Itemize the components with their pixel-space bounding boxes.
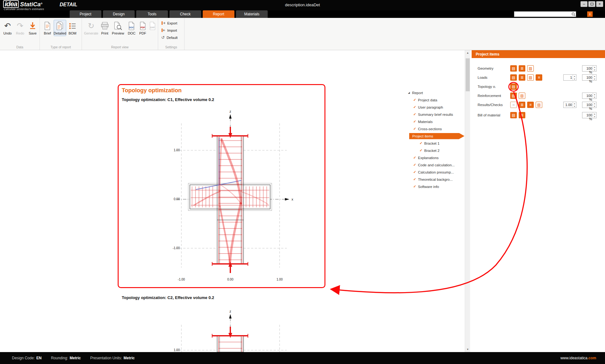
- scroll-up-icon[interactable]: ▲: [465, 50, 470, 56]
- results-table-toggle[interactable]: ≣: [519, 102, 525, 108]
- scrollbar-thumb[interactable]: [466, 58, 470, 91]
- check-icon[interactable]: ✓: [413, 156, 416, 160]
- preview-button[interactable]: Preview: [110, 20, 126, 36]
- detailed-button[interactable]: Detailed: [54, 20, 66, 36]
- tree-item-cross-sections[interactable]: ✓Cross-sections: [407, 125, 468, 132]
- check-icon[interactable]: ✓: [413, 98, 416, 102]
- bom-scale-spinner[interactable]: 100 % ▲▼: [582, 112, 597, 118]
- spinner-up-icon[interactable]: ▲: [593, 66, 596, 68]
- spinner-up-icon[interactable]: ▲: [593, 93, 596, 96]
- tab-tools[interactable]: Tools: [136, 10, 168, 18]
- info-button[interactable]: i: [587, 11, 593, 17]
- brief-button[interactable]: Brief: [41, 20, 54, 36]
- save-button[interactable]: Save: [26, 20, 39, 36]
- default-settings-button[interactable]: ↺ Default: [158, 34, 184, 41]
- export-settings-button[interactable]: Export: [158, 20, 184, 26]
- tree-item-calculation-presumptions[interactable]: ✓Calculation presump...: [407, 169, 468, 176]
- search-icon[interactable]: [571, 12, 576, 17]
- export-dxf-button[interactable]: DXF: [148, 20, 158, 36]
- spinner-down-icon[interactable]: ▼: [593, 78, 596, 80]
- ribbon-group-data: ↶ Undo ↷ Redo Save Data: [0, 18, 40, 50]
- spinner-up-icon[interactable]: ▲: [593, 112, 596, 115]
- loads-table-toggle[interactable]: ≣: [519, 74, 525, 81]
- geometry-report-toggle[interactable]: ▤: [510, 65, 517, 72]
- tree-item-user-paragraph[interactable]: ✓User paragraph: [407, 104, 468, 111]
- search-input[interactable]: [514, 12, 571, 16]
- minimize-button[interactable]: –: [581, 1, 587, 7]
- reinforcement-picture-toggle[interactable]: ▨: [519, 93, 525, 99]
- bom-button[interactable]: BOM: [66, 20, 79, 36]
- tree-item-bracket-2[interactable]: ✓Bracket 2: [407, 147, 468, 154]
- check-icon[interactable]: ✓: [413, 120, 416, 124]
- reinforcement-report-toggle[interactable]: ▤: [510, 93, 517, 99]
- spinner-down-icon[interactable]: ▼: [573, 105, 576, 108]
- results-picture-toggle[interactable]: ▨: [536, 102, 542, 108]
- redo-button[interactable]: ↷ Redo: [14, 20, 26, 36]
- import-settings-button[interactable]: Import: [158, 27, 184, 34]
- tree-item-summary-brief-results[interactable]: ✓Summary brief results: [407, 111, 468, 118]
- tree-item-materials[interactable]: ✓Materials: [407, 118, 468, 125]
- spinner-down-icon[interactable]: ▼: [573, 78, 576, 80]
- spinner-down-icon[interactable]: ▼: [593, 96, 596, 99]
- topology-report-toggle[interactable]: ▤: [510, 83, 517, 90]
- geometry-picture-toggle[interactable]: ▨: [527, 65, 534, 72]
- check-icon[interactable]: ✓: [413, 105, 416, 109]
- undo-button[interactable]: ↶ Undo: [1, 20, 14, 36]
- tree-item-theoretical-background[interactable]: ✓Theoretical backgro...: [407, 176, 468, 183]
- tab-materials[interactable]: Materials: [236, 10, 268, 18]
- loads-count-spinner[interactable]: 1 ▲▼: [563, 74, 576, 81]
- check-icon[interactable]: ✓: [419, 148, 423, 153]
- reinforcement-scale-spinner[interactable]: 100 % ▲▼: [582, 93, 597, 99]
- topology-diagram-c2: z 1.00: [169, 309, 295, 352]
- maximize-button[interactable]: [588, 1, 595, 7]
- check-icon[interactable]: ✓: [413, 127, 416, 131]
- check-icon[interactable]: ✓: [413, 112, 416, 116]
- spinner-up-icon[interactable]: ▲: [573, 75, 576, 78]
- geometry-table-toggle[interactable]: ≣: [519, 65, 525, 72]
- close-button[interactable]: ×: [596, 1, 603, 7]
- tab-report[interactable]: Report: [203, 10, 234, 18]
- tree-item-software-info[interactable]: ✓Software info: [407, 183, 468, 190]
- check-icon[interactable]: ✓: [419, 141, 423, 145]
- loads-picture-toggle[interactable]: ▨: [527, 74, 534, 81]
- tree-item-bracket-1[interactable]: ✓Bracket 1: [407, 140, 468, 147]
- tree-item-code-and-calculation[interactable]: ✓Code and calculation...: [407, 161, 468, 169]
- loads-detail-toggle[interactable]: ≡: [536, 74, 542, 81]
- brief-report-icon: [44, 21, 51, 31]
- export-doc-button[interactable]: DOC DOC: [126, 20, 137, 36]
- check-icon[interactable]: ✓: [413, 185, 416, 189]
- website-link[interactable]: www.ideastatica.com: [560, 356, 596, 360]
- check-icon[interactable]: ✓: [413, 177, 416, 181]
- spinner-up-icon[interactable]: ▲: [593, 102, 596, 105]
- bom-report-toggle[interactable]: ▤: [510, 112, 517, 118]
- tab-project[interactable]: Project: [70, 10, 101, 18]
- print-button[interactable]: Print: [99, 20, 110, 36]
- tree-item-project-data[interactable]: ✓Project data: [407, 96, 468, 104]
- results-scale-spinner[interactable]: 100 % ▲▼: [582, 102, 597, 108]
- geometry-scale-spinner[interactable]: 100 % ▲▼: [582, 65, 597, 72]
- results-detail-toggle[interactable]: ≡: [527, 102, 534, 108]
- panel-row-geometry: Geometry ▤ ≣ ▨ 100 % ▲▼: [472, 65, 605, 72]
- spinner-up-icon[interactable]: ▲: [593, 75, 596, 78]
- tab-check[interactable]: Check: [169, 10, 201, 18]
- bom-table-toggle[interactable]: ≣: [519, 112, 525, 118]
- generate-button[interactable]: ↻ Generate: [83, 20, 99, 36]
- spinner-up-icon[interactable]: ▲: [573, 102, 576, 105]
- results-none-toggle[interactable]: –: [510, 102, 517, 108]
- spinner-down-icon[interactable]: ▼: [593, 105, 596, 108]
- tree-item-report[interactable]: ◢ Report: [407, 89, 468, 96]
- check-icon[interactable]: ✓: [413, 163, 416, 167]
- expander-icon[interactable]: ◢: [408, 91, 410, 94]
- scroll-down-icon[interactable]: ▼: [465, 347, 470, 352]
- loads-report-toggle[interactable]: ▤: [510, 74, 517, 81]
- check-icon[interactable]: ✓: [413, 170, 416, 174]
- spinner-down-icon[interactable]: ▼: [593, 68, 596, 71]
- tree-item-explanations[interactable]: ✓Explanations: [407, 154, 468, 161]
- tree-item-project-items-selected[interactable]: Project items: [409, 133, 464, 139]
- export-pdf-button[interactable]: PDF PDF: [137, 20, 148, 36]
- loads-scale-spinner[interactable]: 100 % ▲▼: [582, 74, 597, 81]
- redo-icon: ↷: [17, 21, 24, 31]
- tab-design[interactable]: Design: [103, 10, 135, 18]
- results-limit-spinner[interactable]: 1.00 ▲▼: [563, 102, 576, 108]
- spinner-down-icon[interactable]: ▼: [593, 115, 596, 118]
